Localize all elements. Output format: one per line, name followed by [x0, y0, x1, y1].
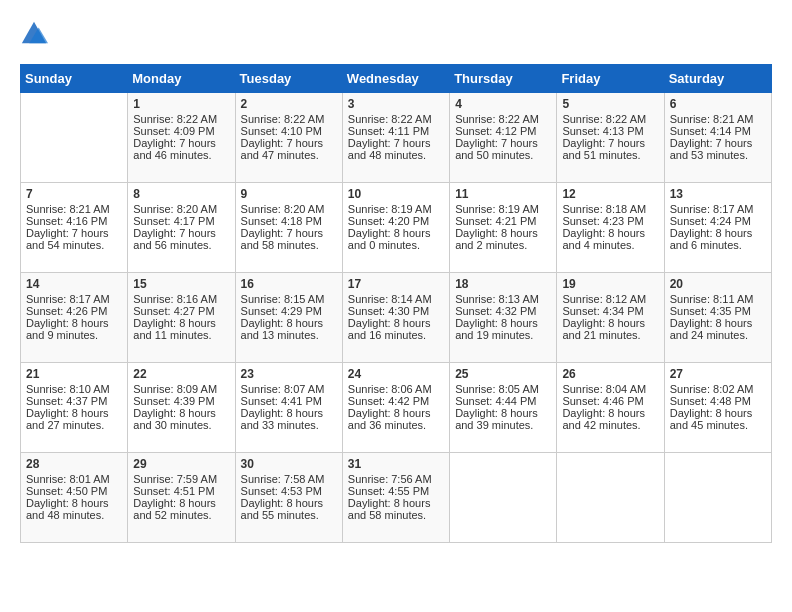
sunset-text: Sunset: 4:09 PM [133, 125, 229, 137]
sunrise-text: Sunrise: 8:10 AM [26, 383, 122, 395]
sunrise-text: Sunrise: 8:06 AM [348, 383, 444, 395]
sunset-text: Sunset: 4:42 PM [348, 395, 444, 407]
daylight-text: Daylight: 8 hours and 16 minutes. [348, 317, 444, 341]
sunrise-text: Sunrise: 8:22 AM [133, 113, 229, 125]
weekday-header: Sunday [21, 65, 128, 93]
sunset-text: Sunset: 4:24 PM [670, 215, 766, 227]
sunset-text: Sunset: 4:16 PM [26, 215, 122, 227]
daylight-text: Daylight: 8 hours and 45 minutes. [670, 407, 766, 431]
calendar-cell [557, 453, 664, 543]
calendar-week-row: 14Sunrise: 8:17 AMSunset: 4:26 PMDayligh… [21, 273, 772, 363]
daylight-text: Daylight: 7 hours and 48 minutes. [348, 137, 444, 161]
day-number: 18 [455, 277, 551, 291]
day-number: 13 [670, 187, 766, 201]
sunset-text: Sunset: 4:11 PM [348, 125, 444, 137]
sunrise-text: Sunrise: 8:20 AM [241, 203, 337, 215]
day-number: 15 [133, 277, 229, 291]
sunset-text: Sunset: 4:13 PM [562, 125, 658, 137]
sunrise-text: Sunrise: 8:13 AM [455, 293, 551, 305]
sunrise-text: Sunrise: 8:15 AM [241, 293, 337, 305]
calendar-week-row: 1Sunrise: 8:22 AMSunset: 4:09 PMDaylight… [21, 93, 772, 183]
sunset-text: Sunset: 4:55 PM [348, 485, 444, 497]
sunrise-text: Sunrise: 8:11 AM [670, 293, 766, 305]
sunrise-text: Sunrise: 8:22 AM [455, 113, 551, 125]
sunset-text: Sunset: 4:14 PM [670, 125, 766, 137]
day-number: 20 [670, 277, 766, 291]
sunset-text: Sunset: 4:46 PM [562, 395, 658, 407]
day-number: 21 [26, 367, 122, 381]
sunset-text: Sunset: 4:18 PM [241, 215, 337, 227]
sunrise-text: Sunrise: 8:19 AM [348, 203, 444, 215]
sunset-text: Sunset: 4:37 PM [26, 395, 122, 407]
sunrise-text: Sunrise: 8:17 AM [670, 203, 766, 215]
day-number: 3 [348, 97, 444, 111]
sunset-text: Sunset: 4:29 PM [241, 305, 337, 317]
calendar-cell: 24Sunrise: 8:06 AMSunset: 4:42 PMDayligh… [342, 363, 449, 453]
sunrise-text: Sunrise: 8:09 AM [133, 383, 229, 395]
daylight-text: Daylight: 8 hours and 11 minutes. [133, 317, 229, 341]
sunrise-text: Sunrise: 8:22 AM [241, 113, 337, 125]
daylight-text: Daylight: 8 hours and 33 minutes. [241, 407, 337, 431]
day-number: 28 [26, 457, 122, 471]
day-number: 23 [241, 367, 337, 381]
day-number: 30 [241, 457, 337, 471]
day-number: 12 [562, 187, 658, 201]
weekday-header: Wednesday [342, 65, 449, 93]
daylight-text: Daylight: 8 hours and 27 minutes. [26, 407, 122, 431]
day-number: 25 [455, 367, 551, 381]
calendar-cell [664, 453, 771, 543]
daylight-text: Daylight: 8 hours and 2 minutes. [455, 227, 551, 251]
sunset-text: Sunset: 4:53 PM [241, 485, 337, 497]
day-number: 16 [241, 277, 337, 291]
calendar-cell: 3Sunrise: 8:22 AMSunset: 4:11 PMDaylight… [342, 93, 449, 183]
daylight-text: Daylight: 8 hours and 0 minutes. [348, 227, 444, 251]
sunrise-text: Sunrise: 8:17 AM [26, 293, 122, 305]
day-number: 24 [348, 367, 444, 381]
sunset-text: Sunset: 4:41 PM [241, 395, 337, 407]
day-number: 4 [455, 97, 551, 111]
calendar-cell: 11Sunrise: 8:19 AMSunset: 4:21 PMDayligh… [450, 183, 557, 273]
calendar-cell: 22Sunrise: 8:09 AMSunset: 4:39 PMDayligh… [128, 363, 235, 453]
daylight-text: Daylight: 8 hours and 4 minutes. [562, 227, 658, 251]
weekday-header: Thursday [450, 65, 557, 93]
day-number: 19 [562, 277, 658, 291]
sunrise-text: Sunrise: 8:14 AM [348, 293, 444, 305]
calendar-cell: 8Sunrise: 8:20 AMSunset: 4:17 PMDaylight… [128, 183, 235, 273]
sunrise-text: Sunrise: 8:21 AM [670, 113, 766, 125]
sunrise-text: Sunrise: 8:18 AM [562, 203, 658, 215]
daylight-text: Daylight: 7 hours and 56 minutes. [133, 227, 229, 251]
sunrise-text: Sunrise: 8:02 AM [670, 383, 766, 395]
sunrise-text: Sunrise: 7:56 AM [348, 473, 444, 485]
calendar-cell: 6Sunrise: 8:21 AMSunset: 4:14 PMDaylight… [664, 93, 771, 183]
sunset-text: Sunset: 4:17 PM [133, 215, 229, 227]
weekday-header: Monday [128, 65, 235, 93]
calendar-cell: 14Sunrise: 8:17 AMSunset: 4:26 PMDayligh… [21, 273, 128, 363]
daylight-text: Daylight: 8 hours and 13 minutes. [241, 317, 337, 341]
calendar-cell: 17Sunrise: 8:14 AMSunset: 4:30 PMDayligh… [342, 273, 449, 363]
calendar-cell: 29Sunrise: 7:59 AMSunset: 4:51 PMDayligh… [128, 453, 235, 543]
calendar-cell: 28Sunrise: 8:01 AMSunset: 4:50 PMDayligh… [21, 453, 128, 543]
calendar-cell: 25Sunrise: 8:05 AMSunset: 4:44 PMDayligh… [450, 363, 557, 453]
daylight-text: Daylight: 8 hours and 19 minutes. [455, 317, 551, 341]
sunrise-text: Sunrise: 7:59 AM [133, 473, 229, 485]
day-number: 8 [133, 187, 229, 201]
calendar-cell: 10Sunrise: 8:19 AMSunset: 4:20 PMDayligh… [342, 183, 449, 273]
day-number: 7 [26, 187, 122, 201]
weekday-header: Saturday [664, 65, 771, 93]
daylight-text: Daylight: 8 hours and 58 minutes. [348, 497, 444, 521]
sunrise-text: Sunrise: 8:05 AM [455, 383, 551, 395]
sunset-text: Sunset: 4:21 PM [455, 215, 551, 227]
day-number: 5 [562, 97, 658, 111]
calendar-cell: 16Sunrise: 8:15 AMSunset: 4:29 PMDayligh… [235, 273, 342, 363]
daylight-text: Daylight: 7 hours and 47 minutes. [241, 137, 337, 161]
sunset-text: Sunset: 4:34 PM [562, 305, 658, 317]
calendar-cell: 19Sunrise: 8:12 AMSunset: 4:34 PMDayligh… [557, 273, 664, 363]
logo-icon [20, 20, 48, 48]
calendar-cell: 27Sunrise: 8:02 AMSunset: 4:48 PMDayligh… [664, 363, 771, 453]
sunset-text: Sunset: 4:51 PM [133, 485, 229, 497]
daylight-text: Daylight: 7 hours and 46 minutes. [133, 137, 229, 161]
day-number: 10 [348, 187, 444, 201]
day-number: 1 [133, 97, 229, 111]
daylight-text: Daylight: 8 hours and 39 minutes. [455, 407, 551, 431]
daylight-text: Daylight: 8 hours and 9 minutes. [26, 317, 122, 341]
